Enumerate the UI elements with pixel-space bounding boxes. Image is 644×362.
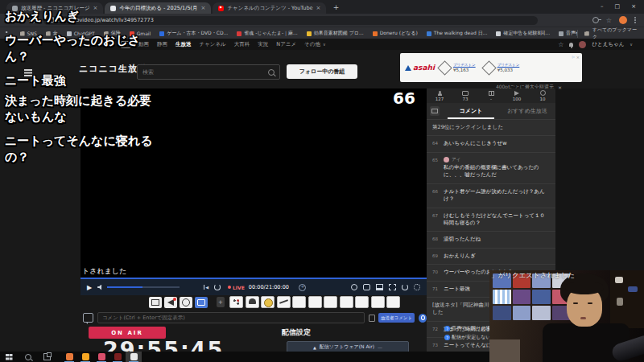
add-button[interactable] — [299, 284, 306, 291]
nav-item-7[interactable]: その他 — [304, 41, 320, 48]
sidebar-menu-icon[interactable] — [24, 69, 32, 71]
empty-stamp-slot[interactable] — [308, 296, 322, 308]
ad-product[interactable]: ブリヂストン¥5,163 — [440, 63, 476, 73]
bookmark-item[interactable]: Doneru (どなる) — [373, 30, 418, 37]
comment-panel-button[interactable] — [195, 297, 208, 308]
product-price: ¥5,163 — [453, 68, 476, 72]
nav-item-3[interactable]: チャンネル — [200, 41, 226, 48]
comment-row[interactable]: 67けむしもそうだけどなんでニートって１０時間も寝るの？ — [427, 208, 555, 232]
player-settings-icon[interactable] — [414, 284, 420, 290]
comment-input[interactable] — [97, 312, 365, 323]
empty-stamp-slot[interactable] — [386, 296, 400, 308]
replay-icon[interactable] — [214, 284, 221, 290]
ad-banner[interactable]: asahi ブリヂストン¥5,163ブリヂストン¥5,033 — [400, 53, 582, 82]
adchoices-icon[interactable] — [572, 55, 575, 59]
window-minimize-button[interactable] — [601, 3, 604, 10]
comment-system[interactable]: 第29位にランクインしました — [427, 119, 555, 135]
tab-close-icon[interactable] — [316, 5, 321, 11]
emotion-button[interactable] — [180, 297, 192, 308]
wall-patch — [489, 339, 520, 362]
browser-tab[interactable]: チャンネルのコンテンツ - YouTube — [213, 2, 326, 14]
search-icon[interactable] — [268, 69, 275, 76]
taskbar-app-browser[interactable] — [61, 352, 77, 362]
nav-item-2[interactable]: 生放送 — [175, 41, 192, 48]
browser-menu-icon[interactable] — [634, 19, 636, 21]
task-view-icon[interactable] — [43, 353, 51, 360]
nicoad-megaphone-button[interactable] — [164, 297, 177, 308]
help-link[interactable]: 音声でお困りの場合 — [444, 325, 496, 332]
notifications-bell-icon[interactable] — [569, 43, 573, 47]
user-avatar[interactable] — [579, 41, 586, 48]
poster — [513, 290, 531, 304]
add-stamp-button[interactable] — [217, 297, 225, 307]
comment-option-icon[interactable] — [369, 315, 375, 322]
bookmark-item[interactable]: 効果音素材図鑑 プロ... — [307, 30, 364, 37]
ad-product[interactable]: ブリヂストン¥5,033 — [484, 63, 520, 73]
volume-icon[interactable] — [97, 285, 103, 290]
user-name[interactable]: ひとえちゃん — [592, 41, 624, 48]
nav-item-1[interactable]: 静画 — [157, 41, 167, 48]
volume-slider[interactable] — [107, 286, 180, 288]
search-input[interactable] — [138, 69, 268, 76]
window-close-button[interactable] — [631, 3, 636, 10]
favorites-star-icon[interactable] — [558, 41, 564, 48]
bookmark-item[interactable]: 音声会話型おしゃべり... — [559, 30, 577, 37]
product-link[interactable]: ブリヂストン — [453, 63, 476, 67]
skip-to-start-icon[interactable] — [204, 285, 208, 290]
comment-row[interactable]: 68湯切ったんだね — [427, 231, 555, 247]
empty-stamp-slot[interactable] — [355, 296, 369, 308]
comment-row[interactable]: 65アイ私の中の番組の概要欄に書いてあったのに、、、嘘だったんだ — [427, 152, 555, 183]
nav-item-4[interactable]: 大百科 — [234, 41, 250, 48]
comment-toggle-icon[interactable] — [363, 284, 370, 290]
taskbar-search-icon[interactable] — [25, 354, 31, 360]
ad-close-icon[interactable] — [576, 55, 580, 60]
theater-mode-icon[interactable] — [376, 284, 383, 290]
collapse-icon[interactable] — [378, 344, 382, 350]
fullscreen-icon[interactable] — [389, 284, 396, 290]
following-programs-button[interactable]: フォロー中の番組 — [287, 64, 357, 79]
bookmark-star-icon[interactable] — [606, 17, 612, 24]
bookmark-item[interactable]: The walking dead 日... — [427, 30, 488, 37]
tab-recommended[interactable]: おすすめ生放送 — [499, 103, 555, 119]
taskbar-app-notepad[interactable] — [126, 352, 142, 362]
new-tab-button[interactable] — [331, 2, 341, 12]
password-key-icon[interactable] — [592, 17, 599, 23]
comment-row[interactable]: 69おかえりんぎ — [427, 248, 555, 264]
browser-profile-avatar[interactable] — [619, 16, 627, 24]
comment-history-button[interactable] — [419, 314, 427, 323]
mini-player-icon[interactable] — [430, 106, 440, 116]
window-maximize-button[interactable] — [615, 3, 621, 10]
reload-player-icon[interactable] — [402, 284, 408, 290]
nav-item-5[interactable]: 実況 — [258, 41, 268, 48]
broadcaster-comment-button[interactable]: 放送者コメント — [378, 313, 415, 323]
product-link[interactable]: ブリヂストン — [497, 63, 520, 67]
empty-stamp-slot[interactable] — [340, 296, 353, 308]
search-box[interactable] — [137, 64, 280, 80]
play-button[interactable] — [87, 284, 92, 291]
comment-row[interactable]: 66ナルト君ゲーム誰が決めたんだっけ？あんけ？ — [427, 183, 555, 208]
nav-more-caret-icon — [323, 42, 326, 47]
all-bookmarks-button[interactable]: すべてのブックマーク — [577, 30, 644, 38]
dice-stamp[interactable] — [229, 296, 243, 308]
gun-stamp[interactable] — [277, 296, 291, 308]
taskbar-app-recorder[interactable] — [109, 352, 126, 362]
bookmark-item[interactable]: 雀魂 -じゃんたま-｜麻... — [237, 30, 298, 37]
bookmark-item[interactable]: ゲーム・古本・DVD・CD... — [159, 30, 228, 37]
tab-comments[interactable]: コメント — [443, 103, 499, 119]
user-menu-caret-icon[interactable] — [630, 42, 633, 47]
promo-close-icon[interactable] — [558, 84, 562, 90]
comment-row[interactable]: 64あいちゃんにこじきうぜw — [427, 135, 555, 151]
empty-stamp-slot[interactable] — [371, 296, 385, 308]
taskbar-app-doneru[interactable] — [77, 352, 93, 362]
comment-visibility-icon[interactable] — [351, 284, 357, 290]
helmet-stamp[interactable] — [246, 296, 259, 308]
empty-stamp-slot[interactable] — [324, 296, 337, 308]
bookmark-item[interactable]: 確定申告を経験8回... — [496, 30, 550, 37]
gift-button[interactable] — [149, 297, 162, 308]
taskbar-app-lips[interactable] — [93, 352, 109, 362]
nav-item-6[interactable]: Nアニメ — [276, 41, 296, 48]
empty-stamp-slot[interactable] — [292, 296, 306, 308]
tab-close-icon[interactable] — [201, 5, 206, 11]
rank-stamp[interactable] — [261, 296, 275, 308]
start-button-icon[interactable] — [6, 354, 12, 360]
